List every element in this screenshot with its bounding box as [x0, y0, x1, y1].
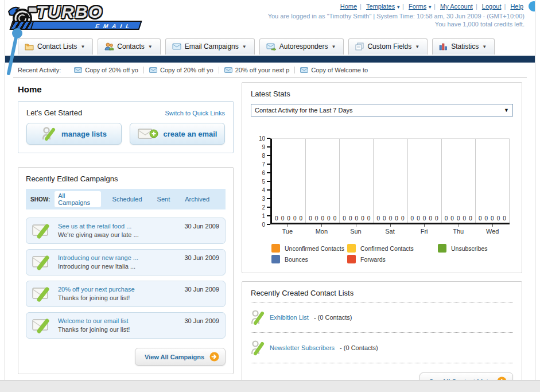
tab-label: Statistics: [451, 42, 479, 51]
header-link-my-account[interactable]: My Account: [440, 3, 473, 10]
recent-activity-item[interactable]: Copy of 20% off yo: [69, 67, 144, 73]
recent-activity-item[interactable]: 20% off your next p: [219, 67, 296, 73]
header-link-templates[interactable]: Templates: [366, 3, 395, 10]
see-all-contact-lists-button[interactable]: See All Contact Lists: [419, 372, 513, 380]
legend-swatch: [271, 255, 280, 263]
view-all-campaigns-button[interactable]: View All Campaigns: [135, 348, 226, 366]
campaign-title-link[interactable]: Introducing our new range ...: [58, 254, 179, 261]
filter-archived[interactable]: Archived: [181, 195, 213, 204]
recent-activity-item[interactable]: Copy of 20% off yo: [144, 67, 219, 73]
dotted-divider: [251, 363, 513, 363]
campaign-list: See us at the retail food ...We're givin…: [26, 218, 226, 339]
tab-email-campaigns[interactable]: Email Campaigns ▼: [165, 38, 255, 55]
manage-lists-button[interactable]: manage lists: [26, 123, 122, 145]
show-label: SHOW:: [30, 196, 50, 203]
chart-day-group: 00000: [442, 139, 476, 223]
stats-period-select[interactable]: Contact Activity for the Last 7 Days ▼: [251, 104, 513, 117]
y-tick-mark: [267, 146, 270, 148]
campaign-list-item[interactable]: Welcome to our email listThanks for join…: [26, 312, 226, 339]
chart-value-label: 0: [479, 215, 482, 222]
chart-day-group: 00000: [374, 139, 407, 223]
legend-label: Unconfirmed Contacts: [285, 245, 344, 252]
tab-contact-lists[interactable]: Contact Lists ▼: [18, 38, 93, 55]
campaign-list-item[interactable]: See us at the retail food ...We're givin…: [26, 218, 226, 244]
filter-scheduled[interactable]: Scheduled: [109, 195, 146, 204]
campaign-text: 20% off your next purchaseThanks for joi…: [58, 286, 179, 301]
chart-value-label: 0: [395, 215, 398, 222]
x-tick-label: Wed: [475, 224, 510, 235]
header-link-help[interactable]: Help: [510, 3, 523, 10]
recent-activity-item[interactable]: Copy of Welcome to: [295, 67, 373, 73]
create-email-label: create an email: [164, 130, 217, 138]
chart-day-group: 00000: [306, 139, 340, 223]
chart-value-label: 0: [287, 215, 290, 222]
separator: |: [504, 3, 506, 10]
chart-value-label: 0: [435, 215, 438, 222]
chart-legend: Unconfirmed ContactsConfirmed ContactsUn…: [271, 244, 513, 263]
campaign-title-link[interactable]: See us at the retail food ...: [58, 223, 179, 230]
recently-edited-campaigns-panel: Recently Edited Campaigns SHOW: All Camp…: [18, 167, 234, 374]
campaign-list-item[interactable]: Introducing our new range ...Introducing…: [26, 249, 226, 275]
chart-value-label: 0: [485, 215, 488, 222]
chart-value-label: 0: [376, 215, 380, 222]
legend-item: Unconfirmed Contacts: [271, 244, 347, 253]
campaign-list-item[interactable]: 20% off your next purchaseThanks for joi…: [26, 281, 226, 307]
contact-list-link[interactable]: Exhibition List: [270, 314, 309, 321]
chart-value-row: 00000: [476, 215, 509, 222]
legend-swatch: [347, 244, 356, 253]
chart-value-label: 0: [383, 215, 386, 222]
tab-contacts[interactable]: Contacts ▼: [98, 38, 160, 55]
create-email-button[interactable]: create an email: [130, 123, 225, 145]
contact-list-item[interactable]: Exhibition List- (0 Contacts): [251, 307, 513, 328]
header-link-logout[interactable]: Logout: [482, 3, 502, 10]
campaign-title-link[interactable]: 20% off your next purchase: [58, 286, 179, 293]
contact-list-item[interactable]: Newsletter Subscribers- (0 Contacts): [251, 337, 513, 358]
campaign-subtitle: Introducing our new Italia ...: [58, 263, 179, 270]
tab-autoresponders[interactable]: Autoresponders ▼: [259, 38, 344, 55]
y-tick-mark: [267, 164, 270, 165]
x-tick-label: Thu: [441, 224, 476, 235]
y-tick-label: 9: [262, 144, 265, 150]
y-tick-mark: [267, 172, 270, 173]
chart-value-row: 00000: [408, 215, 441, 222]
legend-swatch: [347, 255, 356, 263]
legend-item: Confirmed Contacts: [347, 244, 438, 253]
chart-value-label: 0: [429, 215, 432, 222]
chart-value-label: 0: [327, 215, 331, 222]
y-tick-mark: [267, 181, 270, 182]
logo-text-email: EMAIL: [30, 21, 142, 30]
chart-value-label: 0: [491, 215, 494, 222]
folder-icon: [25, 42, 34, 51]
campaign-subtitle: We're giving away our late ...: [58, 231, 179, 238]
y-tick-mark: [267, 155, 270, 156]
chevron-down-icon: ▼: [415, 44, 419, 49]
legend-label: Unsubscribes: [451, 245, 488, 252]
chart-value-row: 00000: [340, 215, 373, 222]
filter-sent[interactable]: Sent: [154, 195, 174, 204]
chart-day-group: 00000: [272, 139, 306, 223]
tab-custom-fields[interactable]: Custom Fields ▼: [348, 38, 428, 55]
person-pencil-icon: [251, 340, 265, 356]
legend-swatch: [438, 244, 446, 253]
campaign-date: 30 Jun 2009: [184, 223, 219, 230]
campaign-date: 30 Jun 2009: [184, 254, 219, 261]
header-link-forms[interactable]: Forms: [409, 3, 426, 10]
contact-list-link[interactable]: Newsletter Subscribers: [270, 344, 335, 351]
main-content: Home Let's Get Started Switch to Quick L…: [5, 77, 535, 380]
tab-label: Email Campaigns: [185, 42, 239, 51]
y-tick-label: 5: [262, 178, 265, 185]
tab-statistics[interactable]: Statistics ▼: [432, 38, 495, 55]
header-link-home[interactable]: Home: [340, 3, 357, 10]
chart-value-label: 0: [321, 215, 324, 222]
campaign-title-link[interactable]: Welcome to our email list: [58, 317, 179, 324]
chart-value-label: 0: [293, 215, 297, 222]
campaign-subtitle: Thanks for joining our list!: [58, 326, 179, 333]
y-tick-mark: [267, 189, 270, 191]
activity-item-label: Copy of Welcome to: [311, 67, 368, 73]
tab-label: Contacts: [117, 42, 144, 51]
switch-quick-links-link[interactable]: Switch to Quick Links: [165, 110, 225, 117]
y-tick-label: 6: [262, 170, 265, 176]
get-started-title: Let's Get Started: [26, 108, 82, 117]
filter-all-campaigns[interactable]: All Campaigns: [55, 191, 100, 207]
manage-lists-label: manage lists: [61, 130, 107, 138]
